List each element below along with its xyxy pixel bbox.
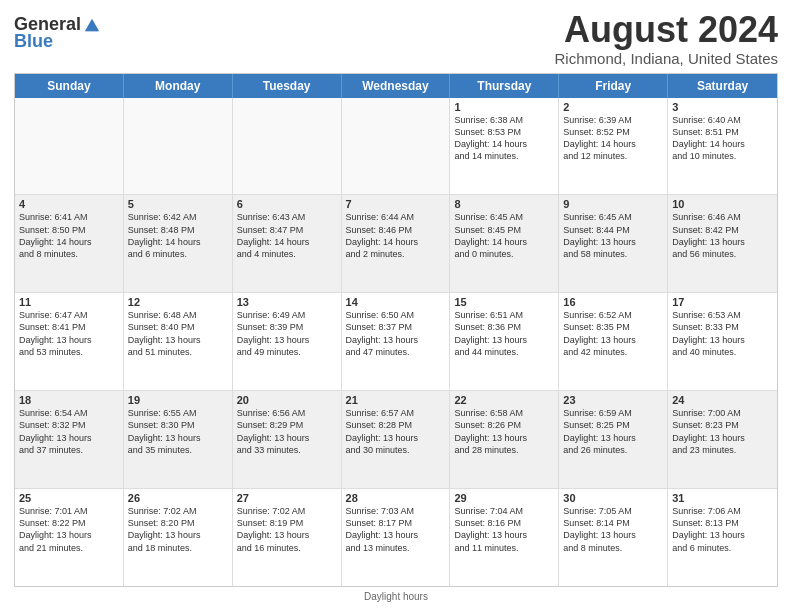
calendar-cell: 24Sunrise: 7:00 AM Sunset: 8:23 PM Dayli… bbox=[668, 391, 777, 488]
cell-info: Sunrise: 6:47 AM Sunset: 8:41 PM Dayligh… bbox=[19, 309, 119, 358]
cell-info: Sunrise: 6:59 AM Sunset: 8:25 PM Dayligh… bbox=[563, 407, 663, 456]
day-number: 2 bbox=[563, 101, 663, 113]
footer-note: Daylight hours bbox=[14, 591, 778, 602]
cell-info: Sunrise: 6:48 AM Sunset: 8:40 PM Dayligh… bbox=[128, 309, 228, 358]
calendar-header-cell: Sunday bbox=[15, 74, 124, 98]
cell-info: Sunrise: 6:50 AM Sunset: 8:37 PM Dayligh… bbox=[346, 309, 446, 358]
cell-info: Sunrise: 6:51 AM Sunset: 8:36 PM Dayligh… bbox=[454, 309, 554, 358]
calendar-row: 1Sunrise: 6:38 AM Sunset: 8:53 PM Daylig… bbox=[15, 98, 777, 196]
calendar-row: 18Sunrise: 6:54 AM Sunset: 8:32 PM Dayli… bbox=[15, 391, 777, 489]
calendar-header-row: SundayMondayTuesdayWednesdayThursdayFrid… bbox=[15, 74, 777, 98]
title-block: August 2024 Richmond, Indiana, United St… bbox=[555, 10, 778, 67]
logo-icon bbox=[83, 16, 101, 34]
calendar-cell: 29Sunrise: 7:04 AM Sunset: 8:16 PM Dayli… bbox=[450, 489, 559, 586]
calendar-cell bbox=[342, 98, 451, 195]
cell-info: Sunrise: 6:52 AM Sunset: 8:35 PM Dayligh… bbox=[563, 309, 663, 358]
calendar-body: 1Sunrise: 6:38 AM Sunset: 8:53 PM Daylig… bbox=[15, 98, 777, 586]
calendar-header-cell: Friday bbox=[559, 74, 668, 98]
calendar-cell: 14Sunrise: 6:50 AM Sunset: 8:37 PM Dayli… bbox=[342, 293, 451, 390]
calendar-header-cell: Monday bbox=[124, 74, 233, 98]
day-number: 29 bbox=[454, 492, 554, 504]
subtitle: Richmond, Indiana, United States bbox=[555, 50, 778, 67]
cell-info: Sunrise: 6:49 AM Sunset: 8:39 PM Dayligh… bbox=[237, 309, 337, 358]
cell-info: Sunrise: 6:38 AM Sunset: 8:53 PM Dayligh… bbox=[454, 114, 554, 163]
day-number: 21 bbox=[346, 394, 446, 406]
day-number: 25 bbox=[19, 492, 119, 504]
day-number: 16 bbox=[563, 296, 663, 308]
day-number: 23 bbox=[563, 394, 663, 406]
calendar-cell: 17Sunrise: 6:53 AM Sunset: 8:33 PM Dayli… bbox=[668, 293, 777, 390]
cell-info: Sunrise: 6:40 AM Sunset: 8:51 PM Dayligh… bbox=[672, 114, 773, 163]
day-number: 17 bbox=[672, 296, 773, 308]
day-number: 22 bbox=[454, 394, 554, 406]
calendar-cell: 25Sunrise: 7:01 AM Sunset: 8:22 PM Dayli… bbox=[15, 489, 124, 586]
calendar-cell: 4Sunrise: 6:41 AM Sunset: 8:50 PM Daylig… bbox=[15, 195, 124, 292]
calendar-cell: 19Sunrise: 6:55 AM Sunset: 8:30 PM Dayli… bbox=[124, 391, 233, 488]
day-number: 12 bbox=[128, 296, 228, 308]
calendar-cell: 15Sunrise: 6:51 AM Sunset: 8:36 PM Dayli… bbox=[450, 293, 559, 390]
calendar-cell bbox=[15, 98, 124, 195]
cell-info: Sunrise: 6:45 AM Sunset: 8:45 PM Dayligh… bbox=[454, 211, 554, 260]
cell-info: Sunrise: 6:39 AM Sunset: 8:52 PM Dayligh… bbox=[563, 114, 663, 163]
calendar-header-cell: Tuesday bbox=[233, 74, 342, 98]
cell-info: Sunrise: 7:03 AM Sunset: 8:17 PM Dayligh… bbox=[346, 505, 446, 554]
cell-info: Sunrise: 6:53 AM Sunset: 8:33 PM Dayligh… bbox=[672, 309, 773, 358]
cell-info: Sunrise: 6:54 AM Sunset: 8:32 PM Dayligh… bbox=[19, 407, 119, 456]
calendar-cell: 26Sunrise: 7:02 AM Sunset: 8:20 PM Dayli… bbox=[124, 489, 233, 586]
calendar-cell: 28Sunrise: 7:03 AM Sunset: 8:17 PM Dayli… bbox=[342, 489, 451, 586]
day-number: 9 bbox=[563, 198, 663, 210]
calendar-row: 25Sunrise: 7:01 AM Sunset: 8:22 PM Dayli… bbox=[15, 489, 777, 586]
day-number: 15 bbox=[454, 296, 554, 308]
calendar-cell: 8Sunrise: 6:45 AM Sunset: 8:45 PM Daylig… bbox=[450, 195, 559, 292]
calendar-cell: 1Sunrise: 6:38 AM Sunset: 8:53 PM Daylig… bbox=[450, 98, 559, 195]
calendar-cell: 23Sunrise: 6:59 AM Sunset: 8:25 PM Dayli… bbox=[559, 391, 668, 488]
calendar-cell: 6Sunrise: 6:43 AM Sunset: 8:47 PM Daylig… bbox=[233, 195, 342, 292]
page-header: General Blue August 2024 Richmond, India… bbox=[14, 10, 778, 67]
cell-info: Sunrise: 7:04 AM Sunset: 8:16 PM Dayligh… bbox=[454, 505, 554, 554]
cell-info: Sunrise: 6:58 AM Sunset: 8:26 PM Dayligh… bbox=[454, 407, 554, 456]
cell-info: Sunrise: 6:43 AM Sunset: 8:47 PM Dayligh… bbox=[237, 211, 337, 260]
logo: General Blue bbox=[14, 14, 101, 52]
calendar-cell: 9Sunrise: 6:45 AM Sunset: 8:44 PM Daylig… bbox=[559, 195, 668, 292]
day-number: 11 bbox=[19, 296, 119, 308]
calendar-cell: 27Sunrise: 7:02 AM Sunset: 8:19 PM Dayli… bbox=[233, 489, 342, 586]
calendar-header-cell: Saturday bbox=[668, 74, 777, 98]
day-number: 28 bbox=[346, 492, 446, 504]
calendar-header-cell: Wednesday bbox=[342, 74, 451, 98]
day-number: 4 bbox=[19, 198, 119, 210]
day-number: 26 bbox=[128, 492, 228, 504]
cell-info: Sunrise: 7:06 AM Sunset: 8:13 PM Dayligh… bbox=[672, 505, 773, 554]
calendar-header-cell: Thursday bbox=[450, 74, 559, 98]
calendar-row: 11Sunrise: 6:47 AM Sunset: 8:41 PM Dayli… bbox=[15, 293, 777, 391]
calendar-cell: 3Sunrise: 6:40 AM Sunset: 8:51 PM Daylig… bbox=[668, 98, 777, 195]
day-number: 30 bbox=[563, 492, 663, 504]
calendar-cell: 5Sunrise: 6:42 AM Sunset: 8:48 PM Daylig… bbox=[124, 195, 233, 292]
cell-info: Sunrise: 6:42 AM Sunset: 8:48 PM Dayligh… bbox=[128, 211, 228, 260]
cell-info: Sunrise: 7:02 AM Sunset: 8:19 PM Dayligh… bbox=[237, 505, 337, 554]
day-number: 24 bbox=[672, 394, 773, 406]
calendar-cell bbox=[233, 98, 342, 195]
cell-info: Sunrise: 7:02 AM Sunset: 8:20 PM Dayligh… bbox=[128, 505, 228, 554]
day-number: 3 bbox=[672, 101, 773, 113]
calendar-cell: 10Sunrise: 6:46 AM Sunset: 8:42 PM Dayli… bbox=[668, 195, 777, 292]
day-number: 20 bbox=[237, 394, 337, 406]
calendar-cell: 21Sunrise: 6:57 AM Sunset: 8:28 PM Dayli… bbox=[342, 391, 451, 488]
cell-info: Sunrise: 7:05 AM Sunset: 8:14 PM Dayligh… bbox=[563, 505, 663, 554]
cell-info: Sunrise: 6:57 AM Sunset: 8:28 PM Dayligh… bbox=[346, 407, 446, 456]
cell-info: Sunrise: 6:46 AM Sunset: 8:42 PM Dayligh… bbox=[672, 211, 773, 260]
calendar-cell: 20Sunrise: 6:56 AM Sunset: 8:29 PM Dayli… bbox=[233, 391, 342, 488]
cell-info: Sunrise: 7:00 AM Sunset: 8:23 PM Dayligh… bbox=[672, 407, 773, 456]
day-number: 27 bbox=[237, 492, 337, 504]
day-number: 18 bbox=[19, 394, 119, 406]
calendar-cell: 2Sunrise: 6:39 AM Sunset: 8:52 PM Daylig… bbox=[559, 98, 668, 195]
day-number: 1 bbox=[454, 101, 554, 113]
calendar-cell bbox=[124, 98, 233, 195]
day-number: 19 bbox=[128, 394, 228, 406]
cell-info: Sunrise: 6:56 AM Sunset: 8:29 PM Dayligh… bbox=[237, 407, 337, 456]
calendar-cell: 31Sunrise: 7:06 AM Sunset: 8:13 PM Dayli… bbox=[668, 489, 777, 586]
calendar-row: 4Sunrise: 6:41 AM Sunset: 8:50 PM Daylig… bbox=[15, 195, 777, 293]
calendar-cell: 18Sunrise: 6:54 AM Sunset: 8:32 PM Dayli… bbox=[15, 391, 124, 488]
day-number: 7 bbox=[346, 198, 446, 210]
calendar: SundayMondayTuesdayWednesdayThursdayFrid… bbox=[14, 73, 778, 587]
calendar-cell: 13Sunrise: 6:49 AM Sunset: 8:39 PM Dayli… bbox=[233, 293, 342, 390]
